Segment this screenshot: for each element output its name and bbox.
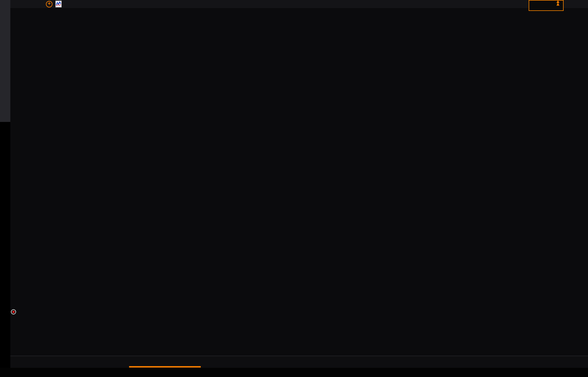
- horizontal-scrollbar[interactable]: [129, 366, 201, 368]
- chart-header: +: [10, 0, 588, 8]
- mini-chart-icon[interactable]: [55, 1, 62, 7]
- chart-application: + ▲▲: [0, 0, 588, 377]
- chart-canvas[interactable]: [0, 8, 588, 368]
- price-up-arrows-icon: ▲▲: [556, 0, 559, 5]
- time-axis-row: [10, 356, 588, 368]
- indicator-tab-bar: [0, 368, 588, 377]
- add-indicator-icon[interactable]: +: [46, 1, 52, 7]
- record-dot-icon: [11, 309, 16, 314]
